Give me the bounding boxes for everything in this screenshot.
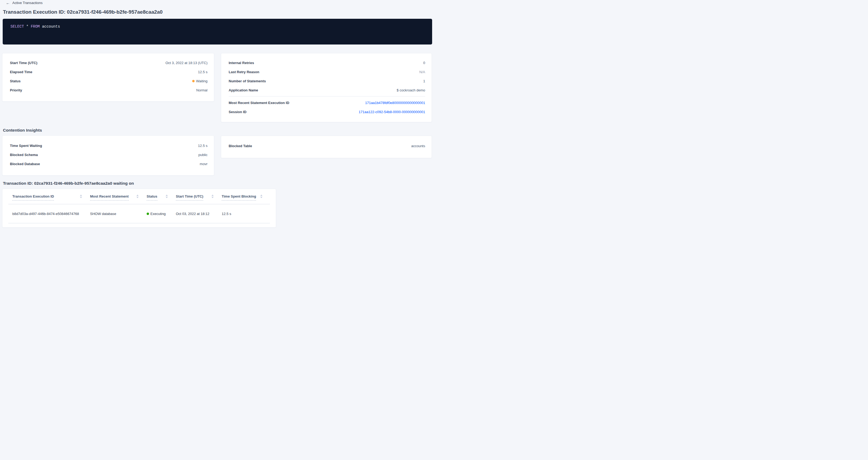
row-value: Normal	[196, 88, 208, 92]
sort-icon[interactable]	[136, 195, 138, 198]
row-value: public	[198, 153, 208, 157]
contention-details-card: Time Spent Waiting 12.5 s Blocked Schema…	[2, 135, 214, 176]
row-label: Most Recent Statement Execution ID	[229, 101, 289, 105]
row-label: Elapsed Time	[10, 70, 32, 74]
row-value: N/A	[419, 70, 425, 74]
summary-row-session-id: Session ID 171aa122-c092-54b8-0000-00000…	[229, 107, 425, 116]
transaction-details-card: Internal Retries 0 Last Retry Reason N/A…	[221, 53, 432, 122]
cell-start-time: Oct 03, 2022 at 18:12	[176, 212, 222, 216]
row-value: 1	[423, 79, 425, 83]
summary-row-blocked-table: Blocked Table accounts	[229, 141, 425, 150]
row-value: accounts	[411, 144, 425, 148]
column-header-status[interactable]: Status	[147, 194, 176, 204]
breadcrumb-label: Active Transactions	[12, 1, 42, 5]
row-label: Number of Statements	[229, 79, 266, 83]
summary-row-blocked-database: Blocked Database movr	[10, 159, 208, 168]
contention-insights-heading: Contention Insights	[3, 128, 42, 133]
status-text: Executing	[150, 212, 166, 216]
row-label: Priority	[10, 88, 22, 92]
row-value: $ cockroach demo	[397, 88, 425, 92]
row-value: 12.5 s	[198, 70, 208, 74]
column-header-most-recent-statement[interactable]: Most Recent Statement	[90, 194, 147, 204]
statement-execution-id-link[interactable]: 171aa1b478fdf0e80000000000000001	[365, 101, 425, 105]
status-waiting-dot	[192, 80, 195, 82]
summary-row-internal-retries: Internal Retries 0	[229, 58, 425, 67]
cell-time-spent-blocking: 12.5 s	[222, 212, 271, 216]
sql-star: *	[24, 24, 31, 29]
page-title: Transaction Execution ID: 02ca7931-f246-…	[3, 9, 163, 15]
sql-statement-box: SELECT * FROM accounts	[3, 19, 432, 44]
summary-row-application-name: Application Name $ cockroach demo	[229, 86, 425, 95]
row-label: Blocked Schema	[10, 153, 38, 157]
column-header-label[interactable]: Transaction Execution ID	[12, 194, 54, 201]
row-value: Oct 3, 2022 at 18:13 (UTC)	[165, 61, 208, 65]
column-header-label[interactable]: Time Spent Blocking	[222, 194, 256, 201]
column-header-transaction-execution-id[interactable]: Transaction Execution ID	[12, 194, 90, 204]
waiting-on-heading: Transaction ID: 02ca7931-f246-469b-b2fe-…	[3, 181, 134, 186]
sql-keyword-from: FROM	[31, 24, 40, 29]
table-header-row: Transaction Execution ID Most Recent Sta…	[2, 189, 276, 204]
status-badge: Waiting	[192, 79, 208, 83]
summary-row-start-time: Start Time (UTC) Oct 3, 2022 at 18:13 (U…	[10, 58, 208, 67]
table-row: b8d7d03a-d497-446b-8474-e50846674768 SHO…	[2, 204, 276, 223]
summary-row-blocked-schema: Blocked Schema public	[10, 150, 208, 159]
row-label: Start Time (UTC)	[10, 61, 37, 65]
blocked-table-card: Blocked Table accounts	[221, 135, 432, 158]
sql-statement: SELECT * FROM accounts	[3, 19, 432, 29]
row-label: Last Retry Reason	[229, 70, 259, 74]
summary-row-time-spent-waiting: Time Spent Waiting 12.5 s	[10, 141, 208, 150]
summary-row-elapsed-time: Elapsed Time 12.5 s	[10, 67, 208, 76]
summary-row-status: Status Waiting	[10, 76, 208, 86]
row-label: Time Spent Waiting	[10, 144, 42, 148]
row-label: Status	[10, 79, 21, 83]
session-id-link[interactable]: 171aa122-c092-54b8-0000-000000000001	[359, 110, 425, 114]
sql-keyword-select: SELECT	[10, 24, 24, 29]
sort-icon[interactable]	[212, 195, 214, 198]
row-label: Application Name	[229, 88, 258, 92]
summary-row-last-retry-reason: Last Retry Reason N/A	[229, 67, 425, 76]
row-label: Blocked Table	[229, 144, 252, 148]
transaction-details-page: ← Active Transactions Transaction Execut…	[0, 0, 434, 230]
breadcrumb-back-link[interactable]: ← Active Transactions	[6, 1, 42, 5]
column-header-start-time[interactable]: Start Time (UTC)	[176, 194, 222, 204]
summary-row-priority: Priority Normal	[10, 86, 208, 95]
sql-table-name: accounts	[40, 24, 60, 29]
row-label: Blocked Database	[10, 162, 40, 166]
row-value: 12.5 s	[198, 144, 208, 148]
column-header-time-spent-blocking[interactable]: Time Spent Blocking	[222, 194, 271, 204]
row-label: Internal Retries	[229, 61, 254, 65]
column-header-label[interactable]: Most Recent Statement	[90, 194, 129, 201]
back-arrow-icon: ←	[6, 1, 10, 5]
cell-transaction-execution-id: b8d7d03a-d497-446b-8474-e50846674768	[12, 212, 90, 216]
status-executing-dot	[147, 213, 149, 215]
row-label: Session ID	[229, 110, 246, 114]
row-value: movr	[200, 162, 208, 166]
column-header-label[interactable]: Status	[147, 194, 157, 201]
column-header-label[interactable]: Start Time (UTC)	[176, 194, 203, 201]
status-text: Waiting	[196, 79, 208, 83]
sort-icon[interactable]	[260, 195, 262, 198]
cell-most-recent-statement: SHOW database	[90, 212, 147, 216]
cell-status: Executing	[147, 212, 176, 216]
summary-row-number-of-statements: Number of Statements 1	[229, 76, 425, 86]
row-value: 0	[423, 61, 425, 65]
waiting-on-table: Transaction Execution ID Most Recent Sta…	[2, 189, 276, 227]
table-row-divider	[8, 223, 270, 223]
summary-row-statement-execution-id: Most Recent Statement Execution ID 171aa…	[229, 98, 425, 107]
sort-icon[interactable]	[80, 195, 82, 198]
transaction-overview-card: Start Time (UTC) Oct 3, 2022 at 18:13 (U…	[2, 53, 214, 101]
sort-icon[interactable]	[166, 195, 168, 198]
